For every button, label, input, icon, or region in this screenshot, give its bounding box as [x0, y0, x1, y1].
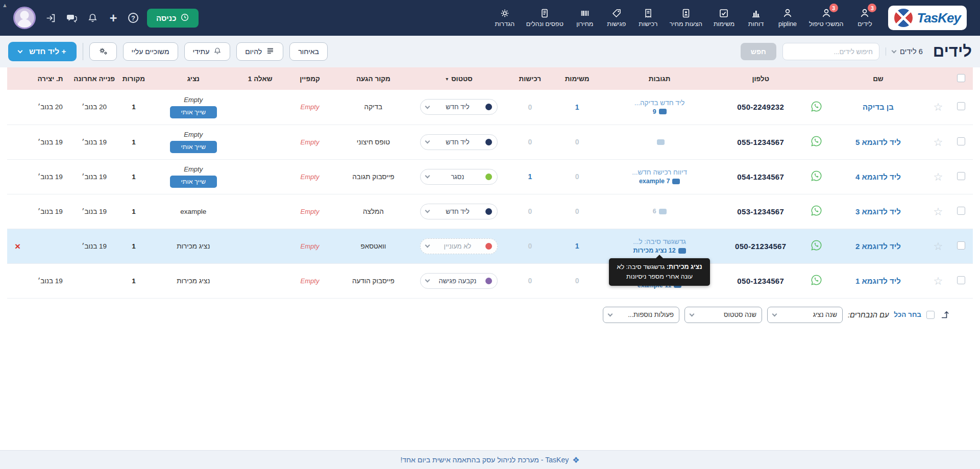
leads-badge: 3: [868, 4, 876, 12]
table-settings-button[interactable]: [89, 42, 117, 61]
col-status[interactable]: סטטוס▾: [446, 75, 473, 83]
nav-item-quotes[interactable]: הצעות מחיר: [670, 8, 702, 28]
table-row[interactable]: ☆ ליד לדוגמא 3 053-1234567 6 0 0 ליד חדש…: [7, 194, 973, 229]
status-select[interactable]: נקבעה פגישה: [420, 273, 498, 289]
leads-count-dropdown[interactable]: 6 לידים: [886, 47, 923, 56]
nav-item-reports[interactable]: דוחות: [746, 8, 766, 28]
table-row-selected[interactable]: ☆ ליד לדוגמא 2 050-21234567 גדשגשד סיבה:…: [7, 229, 973, 263]
nav-item-pipeline[interactable]: pipline: [777, 8, 798, 28]
help-icon[interactable]: ?: [128, 13, 138, 23]
whatsapp-icon[interactable]: [811, 135, 822, 149]
star-icon[interactable]: ☆: [933, 240, 943, 252]
clock-in-button[interactable]: כניסה: [147, 9, 199, 28]
response-link[interactable]: ליד חדש בדיקה...: [603, 99, 717, 107]
bulk-actions-bar: בחר הכל עם הנבחרים: שנה נציג שנה סטטוס פ…: [7, 299, 973, 323]
star-icon[interactable]: ☆: [933, 101, 943, 113]
add-icon[interactable]: +: [107, 12, 119, 24]
user-avatar[interactable]: [13, 7, 36, 29]
scrollbar-up-arrow[interactable]: ▲: [2, 2, 8, 8]
row-checkbox[interactable]: [957, 102, 965, 110]
sources-count: 1: [132, 173, 136, 181]
row-checkbox[interactable]: [957, 241, 965, 250]
purchases-count[interactable]: 1: [528, 172, 532, 181]
nav-item-forms[interactable]: טפסים ונהלים: [526, 8, 564, 28]
filter-future-button[interactable]: עתידי: [184, 42, 231, 61]
leads-toolbar: לידים 6 לידים חפש באיחור להיום עתידי משו…: [0, 36, 980, 67]
more-actions-select[interactable]: פעולות נוספות...: [603, 307, 679, 323]
whatsapp-icon[interactable]: [811, 170, 822, 183]
status-select[interactable]: ליד חדש: [420, 99, 498, 115]
row-checkbox[interactable]: [957, 172, 965, 180]
lead-name-link[interactable]: ליד לדוגמא 5: [831, 138, 925, 146]
nav-item-pricelist[interactable]: מחירון: [575, 8, 595, 28]
nav-item-leads[interactable]: 3 לידים: [854, 8, 875, 28]
whatsapp-icon[interactable]: [811, 205, 822, 218]
change-rep-select[interactable]: שנה נציג: [767, 307, 843, 323]
response-link[interactable]: גדשגשד סיבה: ל...: [603, 238, 717, 245]
star-icon[interactable]: ☆: [933, 206, 943, 217]
status-select[interactable]: ליד חדש: [420, 134, 498, 150]
nav-label: הצעות מחיר: [670, 20, 702, 28]
response-meta[interactable]: 9: [603, 108, 717, 115]
status-select[interactable]: לא מעוניין: [420, 238, 498, 254]
row-checkbox[interactable]: [957, 207, 965, 215]
whatsapp-icon[interactable]: [811, 274, 822, 287]
chat-icon[interactable]: [65, 12, 78, 24]
select-all-checkbox[interactable]: [957, 74, 965, 82]
table-row[interactable]: ☆ ליד לדוגמא 5 055-1234567 0 0 ליד חדש ט…: [7, 125, 973, 159]
response-meta[interactable]: example 7: [603, 178, 717, 185]
row-checkbox[interactable]: [957, 137, 965, 145]
whatsapp-icon[interactable]: [811, 101, 822, 114]
delete-icon[interactable]: ×: [15, 241, 20, 252]
tasks-count[interactable]: 1: [575, 103, 579, 111]
response-link[interactable]: דיווח רכישה חדש...: [603, 168, 717, 176]
status-select[interactable]: ליד חדש: [420, 204, 498, 219]
chat-bubble-icon: [659, 209, 667, 214]
nav-item-tasks[interactable]: משימות: [714, 8, 734, 28]
star-icon[interactable]: ☆: [933, 275, 943, 287]
campaign-value: Empty: [301, 277, 320, 285]
nav-item-meetings[interactable]: פגישות: [606, 8, 627, 28]
nav-label: מחירון: [576, 20, 593, 28]
search-input[interactable]: [782, 43, 879, 60]
table-row[interactable]: ☆ ליד לדוגמא 4 054-1234567 דיווח רכישה ח…: [7, 159, 973, 194]
change-status-select[interactable]: שנה סטטוס: [684, 307, 762, 323]
filter-assigned-to-me-button[interactable]: משוכיים עליי: [123, 42, 178, 61]
response-meta[interactable]: 6: [603, 208, 717, 215]
row-checkbox[interactable]: [957, 276, 965, 284]
nav-item-followups[interactable]: 3 המשכי טיפול: [809, 8, 843, 28]
arrival-source: פייסבוק תגובה: [352, 173, 394, 181]
filter-today-button[interactable]: להיום: [236, 42, 283, 61]
search-button[interactable]: חפש: [741, 43, 776, 60]
nav-item-settings[interactable]: הגדרות: [495, 8, 515, 28]
table-row[interactable]: ☆ ליד לדוגמא 1 050-1234567 example 11 0 …: [7, 263, 973, 298]
new-lead-button[interactable]: + ליד חדש: [8, 42, 77, 61]
whatsapp-icon[interactable]: [811, 239, 822, 253]
assign-me-button[interactable]: שייך אותי: [170, 106, 217, 118]
response-meta[interactable]: [603, 139, 717, 145]
status-dot: [485, 104, 492, 110]
lead-name-link[interactable]: ליד לדוגמא 2: [831, 242, 925, 251]
star-icon[interactable]: ☆: [933, 136, 943, 148]
app-logo[interactable]: TasKey: [888, 6, 967, 30]
lead-name-link[interactable]: ליד לדוגמא 4: [831, 172, 925, 181]
response-meta[interactable]: 12 נציג מכירות: [603, 247, 717, 254]
lead-name-link[interactable]: בן בדיקה: [831, 103, 925, 111]
sign-in-icon[interactable]: [44, 12, 57, 24]
assign-me-button[interactable]: שייך אותי: [170, 141, 217, 153]
status-select[interactable]: נסגר: [420, 169, 498, 185]
list-icon: [266, 46, 275, 57]
bell-icon[interactable]: [86, 12, 99, 24]
table-row[interactable]: ☆ בן בדיקה 050-2249232 ליד חדש בדיקה... …: [7, 90, 973, 125]
col-purchases: רכישות: [519, 75, 542, 83]
sources-count: 1: [132, 242, 136, 250]
lead-name-link[interactable]: ליד לדוגמא 3: [831, 207, 925, 216]
select-all-label[interactable]: בחר הכל: [894, 311, 921, 318]
filter-overdue-button[interactable]: באיחור: [289, 42, 328, 61]
lead-name-link[interactable]: ליד לדוגמא 1: [831, 277, 925, 285]
assign-me-button[interactable]: שייך אותי: [170, 176, 217, 188]
star-icon[interactable]: ☆: [933, 171, 943, 183]
select-all-bottom-checkbox[interactable]: [926, 311, 935, 319]
nav-item-purchases[interactable]: רכישות: [638, 8, 658, 28]
tasks-count[interactable]: 1: [575, 242, 579, 250]
